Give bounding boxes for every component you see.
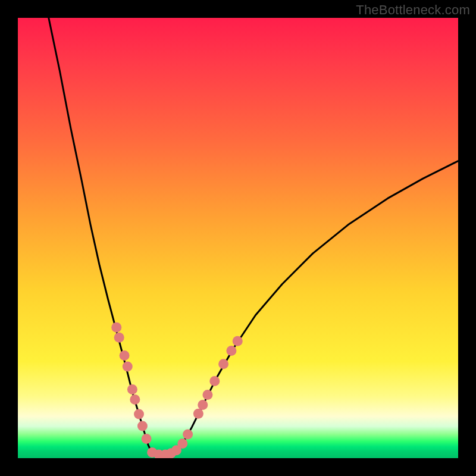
- marker-dot: [114, 333, 124, 343]
- marker-dot: [120, 350, 130, 361]
- marker-dot: [226, 346, 236, 356]
- marker-dot: [134, 409, 144, 419]
- marker-dot: [111, 322, 121, 333]
- plot-area: [18, 18, 458, 458]
- data-markers: [111, 322, 243, 458]
- bottleneck-curve-path: [49, 18, 458, 455]
- marker-dot: [142, 434, 152, 444]
- marker-dot: [137, 421, 148, 431]
- marker-dot: [218, 359, 228, 369]
- marker-dot: [209, 376, 220, 386]
- marker-dot: [202, 390, 212, 400]
- marker-dot: [123, 362, 133, 372]
- watermark-text: TheBottleneck.com: [356, 2, 470, 18]
- marker-dot: [177, 439, 187, 449]
- curve-layer: [18, 18, 458, 458]
- marker-dot: [233, 336, 243, 346]
- chart-frame: TheBottleneck.com: [0, 0, 476, 476]
- marker-dot: [130, 394, 140, 405]
- marker-dot: [127, 384, 137, 394]
- marker-dot: [198, 400, 208, 410]
- marker-dot: [193, 409, 203, 419]
- marker-dot: [183, 430, 193, 440]
- bottleneck-curve: [49, 18, 458, 455]
